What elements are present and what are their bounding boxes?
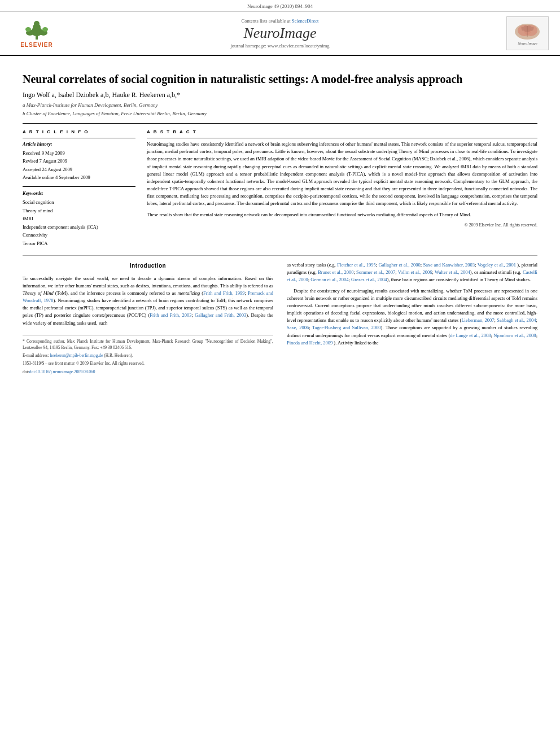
- doi-link[interactable]: doi:10.1016/j.neuroimage.2009.08.060: [29, 369, 95, 374]
- keyword-5: Connectivity: [23, 231, 135, 239]
- svg-point-7: [42, 27, 48, 32]
- revised-date: Revised 7 August 2009: [23, 158, 135, 165]
- intro-para-right-1: as verbal story tasks (e.g. Fletcher et …: [287, 261, 537, 284]
- abstract-paragraph-2: These results show that the mental state…: [147, 211, 537, 219]
- email-note: (H.R. Heekeren).: [104, 353, 133, 358]
- keyword-4: Independent component analysis (ICA): [23, 223, 135, 231]
- keyword-1: Social cognition: [23, 198, 135, 206]
- ref-sabbagh-2004[interactable]: Sabbagh et al., 2004: [497, 317, 536, 323]
- keywords-title: Keywords:: [23, 189, 135, 197]
- history-title: Article history:: [23, 141, 135, 148]
- abstract-paragraph-1: Neuroimaging studies have consistently i…: [147, 141, 537, 208]
- footnote-email: E-mail address: heekeren@mpib-berlin.mpg…: [23, 352, 273, 359]
- ref-saxe-2003[interactable]: Saxe and Kanwisher, 2003: [423, 262, 475, 268]
- abstract-heading: A B S T R A C T: [147, 129, 537, 134]
- body-col-left: Introduction To successfully navigate th…: [23, 261, 273, 377]
- main-content: Neural correlates of social cognition in…: [0, 56, 560, 382]
- journal-logo-label: NeuroImage: [518, 41, 537, 46]
- intro-body-right: as verbal story tasks (e.g. Fletcher et …: [287, 261, 537, 347]
- ref-vogeley-2001[interactable]: Vogeley et al., 2001: [478, 262, 516, 268]
- abstract-text: Neuroimaging studies have consistently i…: [147, 138, 537, 229]
- ref-tager-2000[interactable]: Tager-Flusberg and Sullivan, 2000: [312, 325, 381, 330]
- footnote-copyright: 1053-8119/$ – see front matter © 2009 El…: [23, 360, 273, 366]
- elsevier-tree-icon: [21, 19, 53, 41]
- ref-vollm-2006[interactable]: Vollm et al., 2006: [398, 269, 432, 275]
- email-link[interactable]: heekeren@mpib-berlin.mpg.de: [50, 353, 103, 358]
- ref-frith-2003[interactable]: Frith and Frith, 2003: [150, 312, 191, 318]
- keyword-6: Tensor PICA: [23, 239, 135, 247]
- abstract-col: A B S T R A C T Neuroimaging studies hav…: [147, 129, 537, 247]
- received-date: Received 9 May 2009: [23, 150, 135, 158]
- footnote-corresponding: * Corresponding author. Max Planck Insti…: [23, 338, 273, 351]
- intro-para-right-2: Despite the consistency of neuroimaging …: [287, 287, 537, 347]
- keyword-2: Theory of mind: [23, 207, 135, 215]
- sciencedirect-link[interactable]: ScienceDirect: [292, 18, 319, 24]
- journal-citation-bar: NeuroImage 49 (2010) 894–904: [0, 0, 560, 12]
- ref-gallagher-2000[interactable]: Gallagher et al., 2000: [379, 262, 421, 268]
- article-info-col: A R T I C L E I N F O Article history: R…: [23, 129, 135, 247]
- affiliation-b: b Cluster of Excellence, Languages of Em…: [23, 110, 537, 118]
- article-info-heading: A R T I C L E I N F O: [23, 129, 135, 134]
- email-label: E-mail address:: [23, 353, 50, 358]
- body-divider: [23, 255, 537, 256]
- ref-fletcher-1995[interactable]: Fletcher et al., 1995: [337, 262, 376, 268]
- body-two-col: Introduction To successfully navigate th…: [23, 261, 537, 377]
- journal-title-area: Contents lists available at ScienceDirec…: [62, 18, 498, 49]
- ref-frith-1999[interactable]: Frith and Frith, 1999: [203, 290, 245, 296]
- article-title: Neural correlates of social cognition in…: [23, 72, 537, 86]
- intro-body-left: To successfully navigate the social worl…: [23, 275, 273, 327]
- ref-njomboro-2008[interactable]: Njomboro et al., 2008: [493, 333, 536, 338]
- ref-brunet-2000[interactable]: Brunet et al., 2000: [318, 269, 353, 275]
- ref-german-2004[interactable]: German et al., 2004: [310, 277, 348, 282]
- svg-point-3: [34, 21, 40, 27]
- ref-saxe-2006[interactable]: Saxe, 2006: [287, 325, 309, 330]
- page-wrapper: NeuroImage 49 (2010) 894–904 ELSEVIER: [0, 0, 560, 747]
- ref-grezes-2004[interactable]: Grezes et al., 2004: [351, 277, 387, 282]
- footnote-doi: doi:doi:10.1016/j.neuroimage.2009.08.060: [23, 369, 273, 375]
- article-info-abstract: A R T I C L E I N F O Article history: R…: [23, 129, 537, 247]
- neuroimage-brain-logo: [512, 21, 543, 41]
- available-date: Available online 4 September 2009: [23, 174, 135, 182]
- elsevier-logo: ELSEVIER: [11, 19, 62, 48]
- ref-sommer-2007[interactable]: Sommer et al., 2007: [356, 269, 395, 275]
- svg-point-6: [25, 27, 31, 32]
- title-divider: [23, 123, 537, 124]
- ref-gallagher-2003[interactable]: Gallagher and Frith, 2003: [195, 312, 246, 318]
- ref-pineda-2009[interactable]: Pineda and Hecht, 2009: [287, 340, 333, 346]
- ref-lieberman-2007[interactable]: Lieberman, 2007: [461, 317, 494, 323]
- journal-citation: NeuroImage 49 (2010) 894–904: [247, 3, 313, 9]
- authors-line: Ingo Wolf a, Isabel Dziobek a,b, Hauke R…: [23, 91, 537, 99]
- footnote-area: * Corresponding author. Max Planck Insti…: [23, 335, 273, 375]
- authors-text: Ingo Wolf a, Isabel Dziobek a,b, Hauke R…: [23, 91, 180, 99]
- journal-url: journal homepage: www.elsevier.com/locat…: [62, 43, 498, 49]
- affiliation-a: a Max-Planck-Institute for Human Develop…: [23, 102, 537, 110]
- affiliations: a Max-Planck-Institute for Human Develop…: [23, 102, 537, 117]
- journal-logo-right: NeuroImage: [498, 16, 549, 50]
- article-history: Article history: Received 9 May 2009 Rev…: [23, 138, 135, 182]
- keywords-section: Keywords: Social cognition Theory of min…: [23, 186, 135, 247]
- neuroimage-logo-box: NeuroImage: [506, 16, 549, 50]
- accepted-date: Accepted 24 August 2009: [23, 166, 135, 174]
- ref-delange-2008[interactable]: de Lange et al., 2008: [450, 333, 491, 338]
- journal-header: ELSEVIER Contents lists available at Sci…: [0, 12, 560, 56]
- sciencedirect-text: Contents lists available at ScienceDirec…: [62, 18, 498, 24]
- body-col-right: as verbal story tasks (e.g. Fletcher et …: [287, 261, 537, 377]
- elsevier-logo-area: ELSEVIER: [11, 19, 62, 48]
- introduction-title: Introduction: [23, 261, 273, 270]
- journal-name: NeuroImage: [62, 25, 498, 42]
- elsevier-label: ELSEVIER: [20, 42, 53, 48]
- intro-para-left-1: To successfully navigate the social worl…: [23, 275, 273, 327]
- keyword-3: fMRI: [23, 215, 135, 222]
- ref-walter-2004[interactable]: Walter et al., 2004: [435, 269, 470, 275]
- abstract-copyright: © 2009 Elsevier Inc. All rights reserved…: [147, 222, 537, 229]
